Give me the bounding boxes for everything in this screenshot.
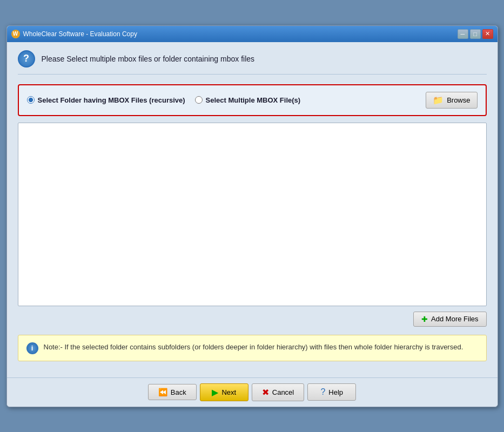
header-section: ? Please Select multiple mbox files or f… [18, 50, 487, 75]
radio-files-input[interactable] [195, 96, 203, 104]
note-section: i Note:- If the selected folder contains… [18, 335, 487, 361]
browse-label: Browse [447, 96, 470, 104]
add-more-label: Add More Files [431, 315, 478, 323]
folder-icon: 📁 [433, 95, 443, 105]
help-label: Help [328, 388, 343, 396]
browse-button[interactable]: 📁 Browse [426, 92, 477, 109]
back-button[interactable]: ⏪ Back [148, 384, 197, 400]
question-icon: ? [18, 50, 35, 68]
radio-folder-option[interactable]: Select Folder having MBOX Files (recursi… [27, 96, 185, 104]
help-icon: ? [320, 387, 325, 397]
add-more-files-row: ✚ Add More Files [18, 312, 487, 327]
title-bar-left: W WholeClear Software - Evaluation Copy [11, 30, 137, 38]
cancel-label: Cancel [272, 388, 294, 396]
title-bar-controls: ─ □ ✕ [458, 29, 493, 39]
radio-files-option[interactable]: Select Multiple MBOX File(s) [195, 96, 301, 104]
main-window: W WholeClear Software - Evaluation Copy … [6, 25, 498, 407]
maximize-button[interactable]: □ [470, 29, 481, 39]
window-title: WholeClear Software - Evaluation Copy [23, 30, 137, 38]
add-icon: ✚ [421, 315, 428, 323]
note-text: Note:- If the selected folder contains s… [44, 342, 463, 353]
bottom-bar: ⏪ Back ▶ Next ✖ Cancel ? Help [7, 377, 498, 407]
header-text: Please Select multiple mbox files or fol… [42, 55, 255, 63]
title-bar: W WholeClear Software - Evaluation Copy … [7, 26, 498, 42]
help-button[interactable]: ? Help [307, 383, 356, 401]
info-icon: i [26, 342, 38, 354]
next-label: Next [221, 388, 236, 396]
radio-files-label: Select Multiple MBOX File(s) [206, 96, 301, 104]
selection-box: Select Folder having MBOX Files (recursi… [18, 84, 487, 116]
back-icon: ⏪ [158, 388, 167, 396]
window-content: ? Please Select multiple mbox files or f… [7, 42, 498, 377]
radio-group: Select Folder having MBOX Files (recursi… [27, 96, 415, 104]
next-button[interactable]: ▶ Next [200, 383, 248, 401]
next-icon: ▶ [212, 387, 218, 397]
cancel-button[interactable]: ✖ Cancel [252, 383, 304, 401]
files-list-area[interactable] [18, 123, 487, 306]
add-more-files-button[interactable]: ✚ Add More Files [413, 312, 486, 327]
cancel-icon: ✖ [262, 387, 269, 397]
radio-folder-input[interactable] [27, 96, 35, 104]
minimize-button[interactable]: ─ [458, 29, 468, 39]
radio-folder-label: Select Folder having MBOX Files (recursi… [38, 96, 185, 104]
app-icon: W [11, 30, 20, 38]
back-label: Back [171, 388, 186, 396]
close-button[interactable]: ✕ [482, 29, 493, 39]
